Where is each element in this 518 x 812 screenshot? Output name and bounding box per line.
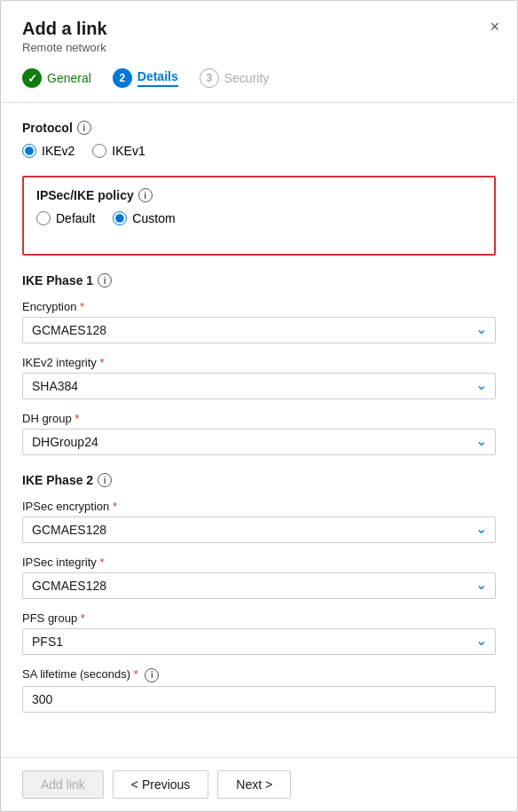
- pfs-group-select[interactable]: PFS1 PFS2 PFS14 PFS24: [22, 628, 496, 655]
- ipsec-encryption-select-wrapper: GCMAES128 GCMAES256 AES256 AES128: [22, 516, 496, 543]
- protocol-ikev1-label: IKEv1: [112, 144, 145, 158]
- dialog-subtitle: Remote network: [22, 41, 496, 54]
- step-details[interactable]: 2 Details: [113, 68, 178, 88]
- ikev2-integrity-label: IKEv2 integrity *: [22, 356, 496, 369]
- protocol-section: Protocol i: [22, 121, 496, 135]
- protocol-ikev2-label: IKEv2: [42, 144, 75, 158]
- protocol-ikev1-option[interactable]: IKEv1: [92, 144, 145, 158]
- step-details-circle: 2: [113, 68, 132, 88]
- protocol-radio-group: IKEv2 IKEv1: [22, 144, 496, 158]
- encryption-label: Encryption *: [22, 300, 496, 313]
- dialog-header: Add a link Remote network ×: [1, 1, 517, 68]
- close-button[interactable]: ×: [486, 15, 503, 38]
- step-security[interactable]: 3 Security: [200, 68, 270, 88]
- ipsec-policy-custom-label: Custom: [132, 211, 175, 225]
- ipsec-policy-default-radio[interactable]: [36, 211, 51, 225]
- dh-group-select[interactable]: DHGroup24 DHGroup14 DHGroup2048 ECP256: [22, 429, 496, 455]
- protocol-ikev2-option[interactable]: IKEv2: [22, 144, 75, 158]
- step-security-label: Security: [224, 71, 270, 85]
- pfs-group-label: PFS group *: [22, 611, 496, 625]
- stepper: ✓ General 2 Details 3 Security: [1, 68, 517, 103]
- ikev2-integrity-field-group: IKEv2 integrity * SHA384 SHA256 SHA1 MD5: [22, 356, 496, 399]
- protocol-label: Protocol: [22, 121, 73, 135]
- ipsec-encryption-field-group: IPSec encryption * GCMAES128 GCMAES256 A…: [22, 500, 496, 543]
- protocol-info-icon[interactable]: i: [77, 121, 91, 135]
- dialog-footer: Add link < Previous Next >: [1, 757, 517, 811]
- ipsec-policy-info-icon[interactable]: i: [138, 188, 153, 202]
- sa-lifetime-field-group: SA lifetime (seconds) * i: [22, 667, 496, 713]
- ikev2-integrity-select-wrapper: SHA384 SHA256 SHA1 MD5: [22, 373, 496, 399]
- ike-phase1-title: IKE Phase 1 i: [22, 273, 496, 288]
- dialog-title: Add a link: [22, 19, 496, 39]
- step-general-label: General: [47, 71, 91, 85]
- ipsec-policy-radio-group: Default Custom: [36, 211, 482, 225]
- protocol-ikev1-radio[interactable]: [92, 144, 106, 158]
- dh-group-field-group: DH group * DHGroup24 DHGroup14 DHGroup20…: [22, 412, 496, 455]
- ikev2-integrity-select[interactable]: SHA384 SHA256 SHA1 MD5: [22, 373, 496, 399]
- ipsec-policy-custom-radio[interactable]: [113, 211, 127, 225]
- add-link-dialog: Add a link Remote network × ✓ General 2 …: [0, 0, 518, 812]
- step-general-circle: ✓: [22, 68, 42, 88]
- pfs-group-select-wrapper: PFS1 PFS2 PFS14 PFS24: [22, 628, 496, 655]
- dh-group-label: DH group *: [22, 412, 496, 425]
- ike-phase2-title: IKE Phase 2 i: [22, 473, 496, 487]
- protocol-ikev2-radio[interactable]: [22, 144, 36, 158]
- ike-phase1-info-icon[interactable]: i: [98, 273, 112, 288]
- add-link-button[interactable]: Add link: [22, 770, 104, 799]
- ipsec-integrity-field-group: IPSec integrity * GCMAES128 GCMAES256 SH…: [22, 556, 496, 599]
- ike-phase2-section: IKE Phase 2 i IPSec encryption * GCMAES1…: [22, 473, 496, 713]
- sa-lifetime-input[interactable]: [22, 686, 496, 713]
- previous-button[interactable]: < Previous: [113, 770, 209, 799]
- encryption-select-wrapper: GCMAES128 GCMAES256 AES256 AES128: [22, 317, 496, 343]
- ipsec-policy-box: IPSec/IKE policy i Default Custom: [22, 176, 496, 256]
- next-button[interactable]: Next >: [217, 770, 291, 799]
- ipsec-integrity-label: IPSec integrity *: [22, 556, 496, 569]
- ike-phase2-info-icon[interactable]: i: [98, 473, 112, 487]
- encryption-field-group: Encryption * GCMAES128 GCMAES256 AES256 …: [22, 300, 496, 343]
- ike-phase1-section: IKE Phase 1 i Encryption * GCMAES128 GCM…: [22, 273, 496, 455]
- encryption-select[interactable]: GCMAES128 GCMAES256 AES256 AES128: [22, 317, 496, 343]
- ipsec-encryption-select[interactable]: GCMAES128 GCMAES256 AES256 AES128: [22, 516, 496, 543]
- ipsec-integrity-select-wrapper: GCMAES128 GCMAES256 SHA256 SHA1: [22, 572, 496, 599]
- ipsec-policy-default-option[interactable]: Default: [36, 211, 95, 225]
- dh-group-select-wrapper: DHGroup24 DHGroup14 DHGroup2048 ECP256: [22, 429, 496, 455]
- ipsec-integrity-select[interactable]: GCMAES128 GCMAES256 SHA256 SHA1: [22, 572, 496, 599]
- step-security-circle: 3: [200, 68, 219, 88]
- ipsec-encryption-label: IPSec encryption *: [22, 500, 496, 513]
- step-general[interactable]: ✓ General: [22, 68, 91, 88]
- step-details-label: Details: [137, 69, 178, 87]
- ipsec-policy-default-label: Default: [56, 211, 95, 225]
- dialog-content: Protocol i IKEv2 IKEv1 IPSec/IKE policy …: [1, 103, 517, 757]
- sa-lifetime-info-icon[interactable]: i: [145, 668, 159, 682]
- ipsec-policy-title: IPSec/IKE policy i: [36, 188, 482, 202]
- ipsec-policy-custom-option[interactable]: Custom: [113, 211, 175, 225]
- sa-lifetime-label: SA lifetime (seconds) * i: [22, 667, 496, 682]
- pfs-group-field-group: PFS group * PFS1 PFS2 PFS14 PFS24: [22, 611, 496, 655]
